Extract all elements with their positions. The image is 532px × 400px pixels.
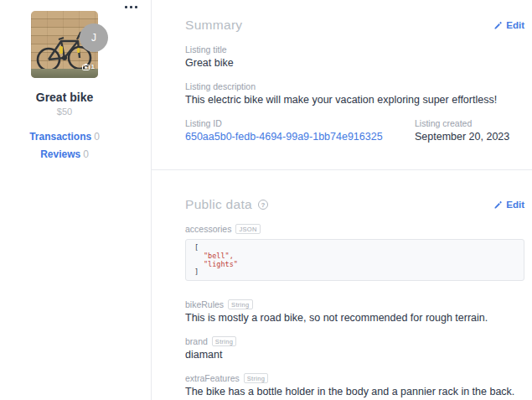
listing-description-field: Listing description This electric bike w… (185, 81, 524, 106)
brand-value: diamant (185, 349, 524, 361)
listing-description-value: This electric bike will make your vacati… (185, 94, 524, 106)
photo-count: 1 (91, 63, 95, 70)
listing-id-row: Listing ID 650aa5b0-fedb-4694-99a9-1bb74… (185, 118, 524, 143)
transactions-link[interactable]: Transactions (29, 131, 91, 143)
listing-created-label: Listing created (415, 118, 509, 128)
reviews-row: Reviews0 (0, 148, 129, 160)
transactions-count: 0 (94, 131, 100, 143)
photo-count-badge: 1 (82, 63, 95, 70)
help-icon[interactable]: ? (258, 200, 268, 210)
public-data-section: Public data ? Edit accessories JSON [ (152, 170, 532, 398)
public-data-edit-label: Edit (506, 200, 524, 210)
listing-created-value: September 20, 2023 (415, 131, 509, 143)
json-item-bell: "bell", (194, 252, 515, 261)
author-avatar[interactable]: J (80, 23, 108, 52)
listing-detail-main: Summary Edit Listing title Great bike Li… (152, 0, 532, 400)
listing-id-link[interactable]: 650aa5b0-fedb-4694-99a9-1bb74e916325 (185, 131, 383, 143)
listing-id-label: Listing ID (185, 118, 415, 128)
pencil-icon (493, 200, 503, 210)
summary-edit-button[interactable]: Edit (493, 20, 524, 30)
listing-sidebar: 1 J Great bike $50 Transactions0 Reviews… (0, 0, 152, 400)
more-options-button[interactable] (123, 4, 139, 10)
brand-label: brand (185, 336, 208, 346)
pencil-icon (493, 21, 503, 30)
public-data-heading: Public data (185, 197, 252, 212)
listing-title-label: Listing title (185, 44, 524, 55)
bike-rules-value: This is mostly a road bike, so not recom… (185, 312, 524, 325)
json-close-bracket: ] (194, 268, 515, 277)
accessories-label: accessories (185, 224, 231, 234)
public-data-edit-button[interactable]: Edit (493, 200, 524, 210)
listing-id-field: Listing ID 650aa5b0-fedb-4694-99a9-1bb74… (185, 118, 415, 143)
extra-features-label: extraFeatures (185, 373, 240, 383)
bike-rules-label: bikeRules (185, 299, 224, 309)
reviews-link[interactable]: Reviews (40, 148, 80, 160)
brand-field: brand String diamant (185, 336, 524, 361)
extra-features-field: extraFeatures String The bike has a bott… (185, 373, 524, 398)
summary-header: Summary Edit (185, 18, 524, 33)
json-type-badge: JSON (235, 224, 260, 234)
accessories-json-value: [ "bell", "lights" ] (185, 239, 524, 281)
listing-detail-page: 1 J Great bike $50 Transactions0 Reviews… (0, 0, 532, 400)
listing-title: Great bike (0, 91, 129, 104)
string-type-badge: String (212, 336, 236, 346)
listing-title-value: Great bike (185, 57, 524, 70)
string-type-badge: String (228, 299, 252, 309)
transactions-row: Transactions0 (0, 131, 129, 143)
string-type-badge: String (244, 373, 268, 383)
summary-heading: Summary (185, 18, 242, 33)
summary-section: Summary Edit Listing title Great bike Li… (152, 0, 532, 170)
reviews-count: 0 (83, 148, 89, 160)
json-open-bracket: [ (194, 244, 515, 252)
public-data-header: Public data ? Edit (185, 197, 524, 212)
listing-description-label: Listing description (185, 81, 524, 91)
summary-edit-label: Edit (506, 20, 524, 30)
listing-title-field: Listing title Great bike (185, 44, 524, 70)
listing-price: $50 (0, 106, 129, 117)
json-item-lights: "lights" (194, 261, 515, 269)
extra-features-value: The bike has a bottle holder in the body… (185, 386, 524, 398)
bike-rules-field: bikeRules String This is mostly a road b… (185, 299, 524, 325)
camera-icon (82, 64, 90, 70)
accessories-field: accessories JSON [ "bell", "lights" ] (185, 224, 524, 281)
listing-created-field: Listing created September 20, 2023 (415, 118, 509, 143)
